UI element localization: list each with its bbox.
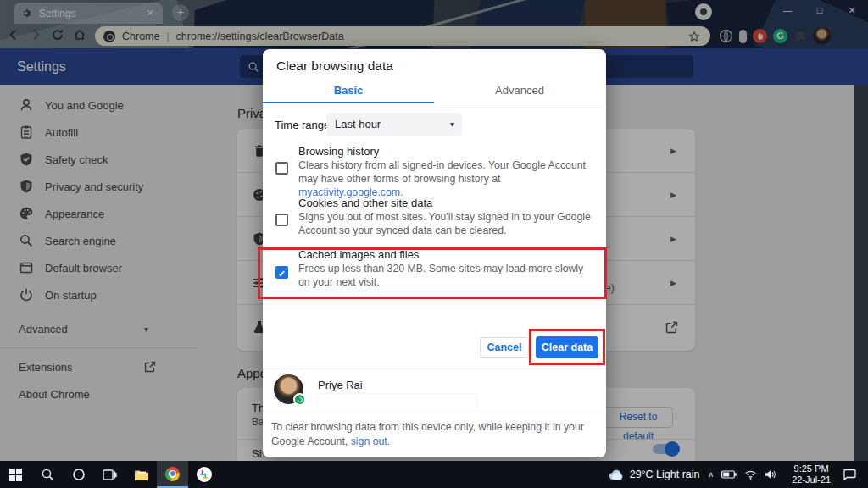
action-center-button[interactable] — [843, 469, 856, 480]
task-view-icon — [103, 469, 117, 481]
cancel-button[interactable]: Cancel — [480, 337, 529, 358]
notification-icon — [843, 469, 856, 480]
taskbar-chrome-button[interactable] — [157, 461, 188, 488]
chevron-down-icon: ▾ — [450, 113, 454, 136]
highlight-box-cached-images — [258, 247, 607, 299]
clear-browsing-data-dialog: Clear browsing data Basic Advanced Time … — [263, 49, 606, 458]
battery-icon[interactable] — [721, 470, 737, 479]
weather-text[interactable]: 29°C Light rain — [630, 469, 700, 480]
cookies-desc: Signs you out of most sites. You'll stay… — [298, 210, 595, 237]
taskbar-search-button[interactable] — [31, 461, 63, 488]
time-range-label: Time range — [275, 119, 330, 131]
browser-window: Settings ✕ + — □ ✕ Chrome | — [0, 0, 868, 461]
wifi-icon[interactable] — [744, 470, 757, 480]
system-tray: ∧ — [709, 469, 777, 480]
cortana-icon — [72, 468, 86, 481]
cookies-label: Cookies and other site data — [298, 197, 432, 209]
time-range-value: Last hour — [335, 118, 381, 130]
taskbar-slack-button[interactable] — [188, 461, 220, 488]
folder-icon — [134, 469, 149, 481]
highlight-box-clear-data — [529, 329, 605, 365]
dialog-tabs: Basic Advanced — [263, 80, 606, 103]
volume-icon[interactable] — [765, 469, 776, 480]
task-view-button[interactable] — [94, 461, 125, 488]
tray-chevron-icon[interactable]: ∧ — [709, 470, 715, 479]
search-icon — [41, 468, 54, 481]
checkbox-browsing-history[interactable] — [275, 162, 288, 175]
weather-cloud-icon — [608, 469, 625, 480]
sync-badge-icon — [293, 393, 306, 406]
dialog-divider — [263, 369, 606, 369]
taskbar-time: 9:25 PM — [792, 463, 831, 474]
account-name: Priye Rai — [318, 379, 363, 391]
sign-out-link[interactable]: sign out — [351, 435, 387, 447]
account-email-redacted — [318, 394, 476, 408]
checkbox-cookies[interactable] — [275, 214, 288, 226]
taskbar: 29°C Light rain ∧ 9:25 PM 22-Jul-21 — [0, 461, 868, 488]
browsing-history-desc: Clears history from all signed-in device… — [298, 158, 595, 199]
start-button[interactable] — [0, 461, 31, 488]
dialog-divider — [263, 413, 606, 413]
dialog-footer-note: To clear browsing data from this device … — [271, 420, 595, 449]
windows-logo-icon — [9, 469, 22, 481]
cortana-button[interactable] — [63, 461, 94, 488]
file-explorer-button[interactable] — [125, 461, 157, 488]
tab-advanced[interactable]: Advanced — [434, 80, 605, 103]
taskbar-date: 22-Jul-21 — [792, 474, 831, 485]
dialog-title: Clear browsing data — [276, 58, 393, 74]
taskbar-clock[interactable]: 9:25 PM 22-Jul-21 — [792, 463, 831, 485]
active-tab-underline — [263, 102, 434, 103]
tab-basic[interactable]: Basic — [263, 80, 434, 103]
screen: Settings ✕ + — □ ✕ Chrome | — [0, 0, 868, 488]
time-range-select[interactable]: Last hour ▾ — [326, 113, 462, 136]
chrome-logo-icon — [165, 467, 180, 481]
browsing-history-label: Browsing history — [298, 145, 379, 158]
slack-icon — [197, 467, 212, 482]
